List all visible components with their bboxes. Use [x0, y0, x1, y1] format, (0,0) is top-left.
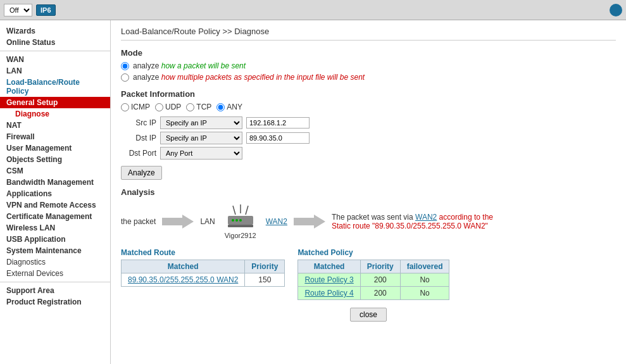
proto-tcp[interactable] — [186, 103, 194, 111]
sidebar-item-lan[interactable]: LAN — [0, 65, 110, 77]
proto-icmp[interactable] — [121, 103, 129, 111]
sidebar-item-apps[interactable]: Applications — [0, 188, 110, 199]
policy-priority-2: 200 — [360, 287, 400, 300]
dst-port-row: Dst Port Any Port — [121, 147, 616, 160]
mode-label-2: analyze how multiple packets as specifie… — [133, 73, 365, 82]
protocol-row: ICMP UDP TCP ANY — [121, 103, 616, 111]
sidebar-item-cert[interactable]: Certificate Management — [0, 211, 110, 222]
proto-tcp-label[interactable]: TCP — [186, 103, 211, 111]
table-row: Route Policy 3 200 No — [298, 273, 449, 287]
col-matched-policy: Matched — [298, 260, 360, 273]
matched-route-table: Matched Priority 89.90.35.0/255.255.255.… — [121, 260, 285, 287]
proto-any[interactable] — [216, 103, 225, 111]
sidebar-section-top: Wizards Online Status WAN LAN Load-Balan… — [0, 25, 110, 308]
dst-ip-select[interactable]: Specify an IP — [160, 132, 242, 144]
mode-title: Mode — [121, 48, 616, 58]
close-row: close — [121, 308, 616, 322]
diagram: the packet LAN — [121, 203, 616, 239]
policy-priority-1: 200 — [360, 273, 400, 287]
dst-ip-input[interactable] — [246, 132, 310, 144]
router-label: Vigor2912 — [225, 232, 256, 239]
matched-policy-table: Matched Priority failovered Route Policy… — [297, 260, 449, 300]
src-ip-select[interactable]: Specify an IP — [160, 116, 242, 129]
sidebar-item-wizards[interactable]: Wizards — [0, 25, 110, 37]
sidebar-item-objects[interactable]: Objects Setting — [0, 154, 110, 165]
desc-wan-link[interactable]: WAN2 — [415, 213, 437, 222]
svg-rect-4 — [228, 225, 253, 227]
policy-matched-2[interactable]: Route Policy 4 — [298, 287, 360, 300]
table-row: 89.90.35.0/255.255.255.0 WAN2 150 — [122, 273, 285, 287]
packet-info-section: Packet Information ICMP UDP TCP ANY Src … — [121, 89, 616, 180]
mode-radio-2[interactable] — [121, 73, 129, 82]
arrow-2 — [294, 213, 325, 230]
sidebar: Wizards Online Status WAN LAN Load-Balan… — [0, 20, 111, 364]
mode-highlight-2: how multiple packets as specified in the… — [161, 73, 365, 82]
policy-failovered-2: No — [400, 287, 449, 300]
policy-failovered-1: No — [400, 273, 449, 287]
sidebar-item-wireless[interactable]: Wireless LAN — [0, 222, 110, 234]
sidebar-item-system[interactable]: System Maintenance — [0, 245, 110, 256]
sidebar-item-load-balance[interactable]: Load-Balance/Route Policy — [0, 77, 110, 97]
proto-udp[interactable] — [155, 103, 163, 111]
lan-label: LAN — [200, 217, 215, 226]
mode-radio-1[interactable] — [121, 62, 129, 70]
off-select[interactable]: Off — [4, 4, 32, 16]
matched-policy-title: Matched Policy — [297, 248, 449, 257]
sidebar-item-support[interactable]: Support Area — [0, 285, 110, 296]
sidebar-item-online-status[interactable]: Online Status — [0, 37, 110, 48]
mode-label-1: analyze how a packet will be sent — [133, 61, 246, 70]
help-icon — [610, 4, 622, 16]
sidebar-item-external[interactable]: External Devices — [0, 268, 110, 279]
policy-matched-1[interactable]: Route Policy 3 — [298, 273, 360, 287]
src-ip-row: Src IP Specify an IP — [121, 116, 616, 129]
analysis-section: Analysis the packet LAN — [121, 187, 616, 322]
sidebar-item-csm[interactable]: CSM — [0, 165, 110, 177]
mode-highlight-1: how a packet will be sent — [161, 61, 246, 70]
top-bar: Off IP6 — [0, 0, 626, 20]
sidebar-item-usb[interactable]: USB Application — [0, 234, 110, 245]
sidebar-item-diagnostics[interactable]: Diagnostics — [0, 256, 110, 268]
close-button[interactable]: close — [350, 308, 387, 322]
packet-info-title: Packet Information — [121, 89, 616, 99]
col-priority-policy: Priority — [360, 260, 400, 273]
matched-route-block: Matched Route Matched Priority 89.90.35.… — [121, 248, 285, 300]
table-row: Route Policy 4 200 No — [298, 287, 449, 300]
src-ip-input[interactable] — [246, 117, 310, 129]
sidebar-item-firewall[interactable]: Firewall — [0, 131, 110, 142]
mode-option-1: analyze how a packet will be sent — [121, 61, 616, 70]
sidebar-item-bandwidth[interactable]: Bandwidth Management — [0, 177, 110, 188]
src-ip-label: Src IP — [121, 118, 156, 127]
sidebar-item-product[interactable]: Product Registration — [0, 296, 110, 308]
dst-ip-row: Dst IP Specify an IP — [121, 132, 616, 144]
wan-link[interactable]: WAN2 — [266, 217, 287, 226]
sidebar-item-user-mgmt[interactable]: User Management — [0, 142, 110, 154]
router-box: Vigor2912 — [222, 203, 260, 239]
svg-line-2 — [246, 206, 248, 215]
route-matched-cell[interactable]: 89.90.35.0/255.255.255.0 WAN2 — [122, 273, 245, 287]
arrow-1 — [162, 213, 194, 230]
svg-point-7 — [239, 219, 242, 222]
dst-ip-label: Dst IP — [121, 134, 156, 142]
svg-point-5 — [232, 219, 234, 222]
sidebar-item-diagnose[interactable]: Diagnose — [0, 108, 110, 120]
col-failovered: failovered — [400, 260, 449, 273]
sidebar-item-wan[interactable]: WAN — [0, 54, 110, 65]
analyze-button[interactable]: Analyze — [121, 166, 162, 180]
router-icon — [222, 203, 260, 232]
ipv6-button[interactable]: IP6 — [36, 4, 56, 16]
dst-port-select[interactable]: Any Port — [160, 147, 242, 160]
proto-any-label[interactable]: ANY — [216, 103, 242, 111]
proto-udp-label[interactable]: UDP — [155, 103, 181, 111]
tables-row: Matched Route Matched Priority 89.90.35.… — [121, 248, 616, 300]
content-area: Load-Balance/Route Policy >> Diagnose Mo… — [111, 20, 626, 364]
sidebar-item-nat[interactable]: NAT — [0, 120, 110, 131]
dst-port-label: Dst Port — [121, 149, 156, 158]
proto-icmp-label[interactable]: ICMP — [121, 103, 150, 111]
sidebar-item-vpn[interactable]: VPN and Remote Access — [0, 199, 110, 211]
main-layout: Wizards Online Status WAN LAN Load-Balan… — [0, 20, 626, 364]
svg-point-6 — [235, 219, 238, 222]
matched-policy-block: Matched Policy Matched Priority failover… — [297, 248, 449, 300]
col-matched-route: Matched — [122, 260, 245, 273]
sidebar-item-general-setup[interactable]: General Setup — [0, 97, 110, 108]
mode-options: analyze how a packet will be sent analyz… — [121, 61, 616, 82]
